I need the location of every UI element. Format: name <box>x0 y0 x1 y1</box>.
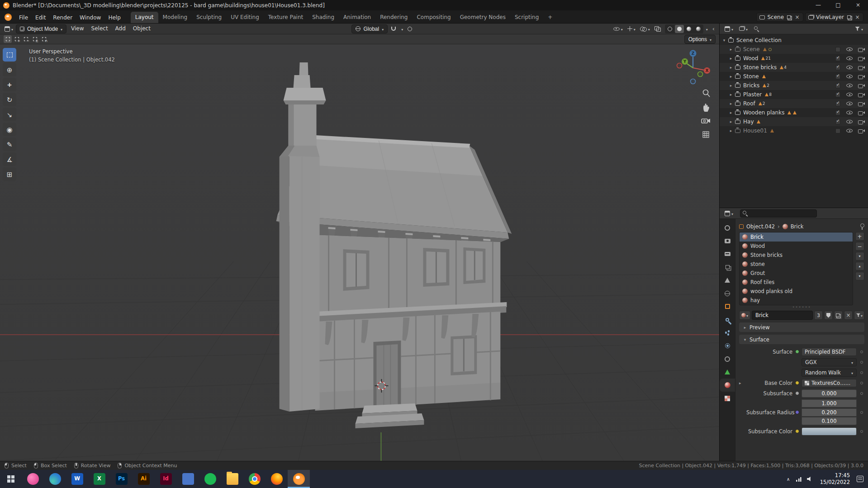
outliner-collection-row[interactable]: Stone <box>720 72 868 81</box>
list-resize-grip[interactable] <box>739 305 864 308</box>
subsurface-slider[interactable]: 0.000 <box>802 389 857 398</box>
proportional-editing-toggle[interactable] <box>406 26 414 32</box>
animate-dot[interactable] <box>860 411 863 414</box>
xray-toggle[interactable] <box>653 25 662 32</box>
outliner-collection-row[interactable]: Scene <box>720 45 868 54</box>
editor-type-button[interactable] <box>3 25 15 33</box>
maximize-button[interactable]: □ <box>828 0 848 10</box>
new-view-layer-icon[interactable] <box>847 15 851 19</box>
outliner-collection-row[interactable]: House01 <box>720 126 868 135</box>
outliner-collection-row[interactable]: Hay <box>720 117 868 126</box>
properties-tab-texture[interactable] <box>720 392 735 405</box>
visibility-dropdown[interactable] <box>612 25 625 33</box>
disable-in-render-icon[interactable] <box>858 47 865 52</box>
properties-tab-scene[interactable] <box>720 274 735 287</box>
zoom-icon[interactable] <box>703 90 710 97</box>
tool-select-box[interactable] <box>3 48 16 62</box>
camera-view-icon[interactable] <box>702 119 710 123</box>
tool-transform[interactable]: ◉ <box>3 123 16 136</box>
workspace-tab[interactable]: Sculpting <box>192 12 226 23</box>
hide-in-viewport-icon[interactable] <box>846 119 853 124</box>
material-link-filter[interactable] <box>854 311 864 320</box>
taskbar-app-pink[interactable] <box>22 470 44 488</box>
expand-icon[interactable] <box>729 74 733 79</box>
hide-in-viewport-icon[interactable] <box>846 128 853 133</box>
workspace-tab[interactable]: Layout <box>131 12 158 23</box>
expand-icon[interactable] <box>739 381 745 385</box>
outliner-collection-row[interactable]: Stone bricks 4 <box>720 63 868 72</box>
fake-user-button[interactable] <box>824 311 833 320</box>
select-mode-subtract[interactable]: − <box>22 35 30 43</box>
properties-search-input[interactable] <box>740 209 817 218</box>
menu-item[interactable]: File <box>15 13 32 22</box>
material-slot[interactable]: Brick <box>740 232 853 242</box>
taskbar-edge[interactable] <box>44 470 66 488</box>
animate-dot[interactable] <box>860 361 863 364</box>
properties-tab-object-data[interactable] <box>720 365 735 379</box>
properties-tab-physics[interactable] <box>720 339 735 352</box>
expand-icon[interactable] <box>729 92 733 97</box>
workspace-tab[interactable]: Texture Paint <box>264 12 308 23</box>
expand-icon[interactable] <box>729 83 733 88</box>
properties-tab-world[interactable] <box>720 287 735 300</box>
volume-icon[interactable] <box>805 470 816 488</box>
outliner-search-button[interactable] <box>752 25 761 33</box>
exclude-checkbox[interactable] <box>835 47 840 52</box>
expand-icon[interactable] <box>729 110 733 115</box>
overlays-toggle[interactable] <box>638 25 652 33</box>
taskbar-firefox[interactable] <box>266 470 288 488</box>
new-material-button[interactable] <box>834 311 843 320</box>
tray-expand-icon[interactable] <box>783 470 794 488</box>
move-slot-up-button[interactable] <box>855 262 864 270</box>
disable-in-render-icon[interactable] <box>858 101 865 106</box>
breadcrumb-object[interactable]: Object.042 <box>746 223 775 230</box>
header-collapse-icon[interactable] <box>711 24 716 33</box>
select-mode-extend[interactable]: + <box>13 35 21 43</box>
shading-options-dropdown[interactable] <box>704 25 710 33</box>
exclude-checkbox[interactable] <box>835 56 840 61</box>
disable-in-render-icon[interactable] <box>858 83 865 88</box>
remove-slot-button[interactable] <box>855 242 864 251</box>
properties-tab-material[interactable] <box>720 379 735 392</box>
radius-value-field[interactable]: 0.100 <box>802 417 857 425</box>
taskbar-app-blue[interactable] <box>177 470 199 488</box>
taskbar-spotify[interactable] <box>199 470 221 488</box>
menu-item[interactable]: Window <box>76 13 104 22</box>
hide-in-viewport-icon[interactable] <box>846 92 853 97</box>
outliner-collection-row[interactable]: Roof 2 <box>720 99 868 108</box>
mode-selector[interactable]: Object Mode <box>16 24 66 33</box>
properties-tab-particles[interactable] <box>720 326 735 339</box>
material-slot[interactable]: wood planks old <box>740 287 853 296</box>
tool-add-cube[interactable]: ⊞ <box>3 167 16 181</box>
disable-in-render-icon[interactable] <box>858 74 865 79</box>
viewport-menu-item[interactable]: View <box>67 24 87 33</box>
expand-icon[interactable] <box>729 101 733 106</box>
properties-editor-type-button[interactable] <box>723 209 735 218</box>
taskbar-word[interactable]: W <box>66 470 88 488</box>
taskbar-photoshop[interactable]: Ps <box>110 470 133 488</box>
perspective-toggle-icon[interactable] <box>703 132 709 137</box>
taskbar-blender[interactable] <box>288 470 310 488</box>
move-slot-down-button[interactable] <box>855 272 864 280</box>
scene-selector[interactable]: Scene <box>756 13 803 22</box>
radius-value-field[interactable]: 1.000 <box>802 399 857 407</box>
shading-rendered-button[interactable] <box>694 25 703 33</box>
animate-dot[interactable] <box>860 430 863 433</box>
expand-icon[interactable] <box>729 128 733 133</box>
exclude-checkbox[interactable] <box>835 101 840 106</box>
taskbar-clock[interactable]: 17:45 15/02/2022 <box>820 472 850 486</box>
taskbar-indesign[interactable]: Id <box>155 470 177 488</box>
hide-in-viewport-icon[interactable] <box>846 83 853 88</box>
animate-dot[interactable] <box>860 392 863 395</box>
subsurface-method-dropdown[interactable]: Random Walk <box>802 369 857 377</box>
hide-in-viewport-icon[interactable] <box>846 47 853 52</box>
tool-annotate[interactable]: ✎ <box>3 137 16 151</box>
shading-wireframe-button[interactable] <box>665 25 674 33</box>
taskbar-chrome[interactable] <box>243 470 266 488</box>
expand-icon[interactable] <box>729 119 733 124</box>
animate-dot[interactable] <box>860 371 863 374</box>
outliner-collection-row[interactable]: Bricks 2 <box>720 81 868 90</box>
material-slot[interactable]: stone <box>740 260 853 269</box>
3d-viewport[interactable]: Z X Y <box>0 44 719 461</box>
material-name-field[interactable]: Brick <box>752 311 813 320</box>
